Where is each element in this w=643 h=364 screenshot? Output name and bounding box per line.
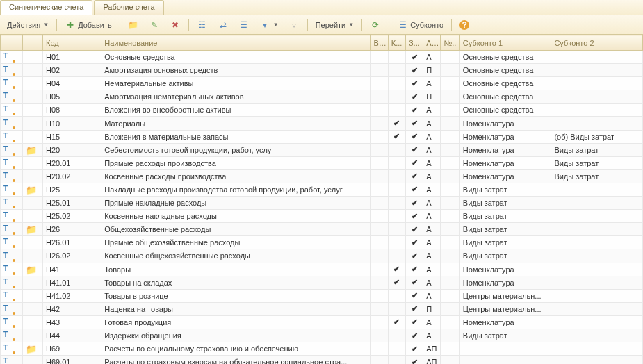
table-row[interactable]: TН42Наценка на товары✔ПЦентры материальн… bbox=[1, 302, 643, 315]
cell-n bbox=[441, 77, 459, 90]
add-group-button[interactable]: 📁 bbox=[124, 17, 143, 33]
cell-n bbox=[441, 276, 459, 289]
cell-s1: Виды затрат bbox=[459, 210, 551, 223]
cell-a: А bbox=[423, 77, 441, 90]
account-icon: T bbox=[3, 331, 13, 340]
refresh-button[interactable]: ⟳ bbox=[366, 17, 385, 33]
tree-button[interactable]: ☷ bbox=[193, 17, 212, 33]
cell-n bbox=[441, 130, 459, 143]
tab-synthetic[interactable]: Синтетические счета bbox=[0, 0, 92, 15]
cell-a: П bbox=[423, 64, 441, 77]
col-folder[interactable] bbox=[22, 35, 42, 51]
subkonto-button[interactable]: ☰Субконто bbox=[393, 17, 448, 33]
cell-a: А bbox=[423, 329, 441, 342]
list-button[interactable]: ☰ bbox=[234, 17, 254, 33]
table-row[interactable]: TН26.01Прямые общехозяйственные расходы✔… bbox=[1, 236, 643, 249]
cell-a: А bbox=[423, 210, 441, 223]
clear-filter-button[interactable]: ▿ bbox=[284, 17, 304, 33]
table-row[interactable]: TН10Материалы✔✔АНоменклатура bbox=[1, 117, 643, 130]
cell-name: Себестоимость готовой продукции, работ, … bbox=[101, 143, 371, 156]
cell-code: Н20.01 bbox=[43, 156, 101, 169]
table-row[interactable]: TН69.01Расчеты по страховым взносам на о… bbox=[1, 356, 643, 364]
actions-menu[interactable]: Действия▼ bbox=[3, 19, 53, 31]
table-row[interactable]: TН25.01Прямые накладные расходы✔АВиды за… bbox=[1, 197, 643, 210]
cell-v bbox=[371, 342, 388, 356]
cell-a: А bbox=[423, 156, 441, 169]
folder-add-icon: 📁 bbox=[128, 19, 139, 31]
cell-code: Н42 bbox=[43, 302, 101, 315]
col-s1[interactable]: Субконто 1 bbox=[459, 35, 551, 51]
table-row[interactable]: TН20.02Косвенные расходы производства✔АН… bbox=[1, 169, 643, 183]
table-row[interactable]: TН41.02Товары в рознице✔АЦентры материал… bbox=[1, 289, 643, 302]
cell-s2 bbox=[551, 289, 643, 302]
col-name[interactable]: Наименование bbox=[101, 35, 371, 51]
folder-icon: 📁 bbox=[26, 185, 35, 195]
cell-code: Н26 bbox=[43, 223, 101, 236]
col-icon[interactable] bbox=[1, 35, 23, 51]
table-row[interactable]: TН01Основные средства✔АОсновные средства bbox=[1, 51, 643, 64]
table-row[interactable]: T📁Н25Накладные расходы производства гото… bbox=[1, 183, 643, 196]
cell-z: ✔ bbox=[405, 329, 423, 342]
help-button[interactable]: ? bbox=[455, 18, 473, 32]
cell-s1: Основные средства bbox=[459, 90, 551, 104]
col-s2[interactable]: Субконто 2 bbox=[551, 35, 643, 51]
table-row[interactable]: TН26.02Косвенные общехозяйственные расхо… bbox=[1, 249, 643, 263]
table-row[interactable]: T📁Н26Общехозяйственные расходы✔АВиды зат… bbox=[1, 223, 643, 236]
cell-k bbox=[388, 302, 405, 315]
table-row[interactable]: TН43Готовая продукция✔✔АНоменклатура bbox=[1, 315, 643, 329]
col-v[interactable]: В... bbox=[371, 35, 388, 51]
toolbar: Действия▼ ✚Добавить 📁 ✎ ✖ ☷ ⇄ ☰ ▾▼ ▿ Пер… bbox=[0, 15, 643, 35]
cell-a: А bbox=[423, 104, 441, 117]
table-row[interactable]: T📁Н20Себестоимость готовой продукции, ра… bbox=[1, 143, 643, 156]
cell-s2 bbox=[551, 117, 643, 130]
table-row[interactable]: TН25.02Косвенные накладные расходы✔АВиды… bbox=[1, 210, 643, 223]
move-icon: ⇄ bbox=[218, 19, 229, 31]
col-z[interactable]: З... bbox=[405, 35, 423, 51]
cell-s2 bbox=[551, 342, 643, 356]
folder-icon: 📁 bbox=[26, 224, 35, 234]
cell-s2: Виды затрат bbox=[551, 169, 643, 183]
filter-button[interactable]: ▾▼ bbox=[255, 17, 283, 33]
cell-k bbox=[388, 169, 405, 183]
cell-code: Н05 bbox=[43, 90, 101, 104]
cell-a: А bbox=[423, 236, 441, 249]
cell-name: Расчеты по социальному страхованию и обе… bbox=[101, 342, 371, 356]
cell-z: ✔ bbox=[405, 156, 423, 169]
cell-code: Н26.02 bbox=[43, 249, 101, 263]
tab-working[interactable]: Рабочие счета bbox=[94, 0, 163, 15]
table-row[interactable]: T📁Н69Расчеты по социальному страхованию … bbox=[1, 342, 643, 356]
cell-n bbox=[441, 156, 459, 169]
table-row[interactable]: TН02Амортизация основных средств✔ПОсновн… bbox=[1, 64, 643, 77]
move-button[interactable]: ⇄ bbox=[213, 17, 233, 33]
cell-z: ✔ bbox=[405, 143, 423, 156]
table-row[interactable]: T📁Н41Товары✔✔АНоменклатура bbox=[1, 263, 643, 276]
table-row[interactable]: TН41.01Товары на складах✔✔АНоменклатура bbox=[1, 276, 643, 289]
col-k[interactable]: К... bbox=[388, 35, 405, 51]
table-row[interactable]: TН05Амортизация нематериальных активов✔П… bbox=[1, 90, 643, 104]
table-row[interactable]: TН04Нематериальные активы✔АОсновные сред… bbox=[1, 77, 643, 90]
cell-n bbox=[441, 64, 459, 77]
table-row[interactable]: TН20.01Прямые расходы производства✔АНоме… bbox=[1, 156, 643, 169]
col-a[interactable]: А... bbox=[423, 35, 441, 51]
table-row[interactable]: TН15Вложения в материальные запасы✔✔АНом… bbox=[1, 130, 643, 143]
col-code[interactable]: Код bbox=[43, 35, 101, 51]
cell-z: ✔ bbox=[405, 90, 423, 104]
delete-button[interactable]: ✖ bbox=[165, 17, 185, 33]
cell-k bbox=[388, 156, 405, 169]
account-icon: T bbox=[3, 211, 13, 221]
add-button[interactable]: ✚Добавить bbox=[60, 17, 116, 33]
cell-a: А bbox=[423, 289, 441, 302]
account-icon: T bbox=[3, 119, 13, 129]
help-icon: ? bbox=[459, 20, 469, 30]
account-icon: T bbox=[3, 145, 13, 155]
cell-s1 bbox=[459, 342, 551, 356]
cell-code: Н04 bbox=[43, 77, 101, 90]
cell-s1: Виды затрат bbox=[459, 249, 551, 263]
table-row[interactable]: TН44Издержки обращения✔АВиды затрат bbox=[1, 329, 643, 342]
col-n[interactable]: №.. bbox=[441, 35, 459, 51]
edit-button[interactable]: ✎ bbox=[145, 17, 164, 33]
cell-z: ✔ bbox=[405, 51, 423, 64]
table-row[interactable]: TН08Вложения во внеоборотные активы✔АОсн… bbox=[1, 104, 643, 117]
goto-menu[interactable]: Перейти▼ bbox=[311, 19, 359, 31]
cell-a: А bbox=[423, 169, 441, 183]
